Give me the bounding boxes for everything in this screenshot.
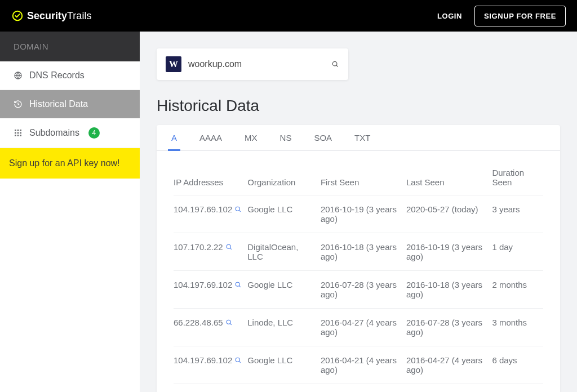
cell-org: Google LLC — [247, 346, 321, 384]
sidebar-header: DOMAIN — [0, 32, 140, 61]
sidebar-item-subdomains[interactable]: Subdomains 4 — [0, 118, 140, 148]
sidebar-item-label: Subdomains — [29, 128, 79, 138]
sidebar-item-label: Historical Data — [29, 99, 88, 109]
svg-rect-4 — [20, 130, 21, 131]
svg-point-19 — [227, 320, 230, 324]
search-icon[interactable] — [331, 60, 339, 68]
cell-first: 2016-10-19 (3 years ago) — [321, 195, 406, 233]
svg-rect-6 — [17, 132, 19, 134]
svg-rect-8 — [15, 135, 16, 136]
lookup-ip-icon[interactable] — [225, 243, 233, 251]
login-link[interactable]: LOGIN — [437, 12, 462, 20]
sidebar-item-historical-data[interactable]: Historical Data — [0, 90, 140, 118]
lookup-ip-icon[interactable] — [234, 281, 242, 288]
svg-point-13 — [236, 207, 239, 211]
cell-last: 2016-10-19 (3 years ago) — [406, 233, 492, 271]
cell-first: 2016-04-27 (4 years ago) — [321, 309, 406, 346]
ip-address: 104.197.69.102 — [174, 355, 232, 365]
lookup-ip-icon[interactable] — [234, 357, 242, 364]
svg-line-16 — [230, 248, 232, 250]
column-header: Duration Seen — [492, 168, 543, 195]
column-header: First Seen — [321, 168, 406, 195]
cell-last: 2016-07-28 (3 years ago) — [406, 309, 492, 346]
svg-point-15 — [227, 244, 230, 248]
tab-soa[interactable]: SOA — [310, 125, 335, 150]
tab-txt[interactable]: TXT — [351, 125, 374, 150]
svg-point-11 — [332, 61, 337, 66]
domain-favicon: W — [166, 56, 181, 72]
ip-address: 66.228.48.65 — [174, 318, 223, 327]
svg-point-17 — [236, 282, 239, 286]
table-row: 66.228.48.65Linode, LLC2016-04-27 (4 yea… — [174, 309, 543, 346]
svg-line-22 — [239, 361, 241, 363]
table-row: 104.197.69.102Google LLC2016-07-28 (3 ye… — [174, 271, 543, 309]
history-icon — [14, 100, 23, 109]
tab-aaaa[interactable]: AAAA — [196, 125, 225, 150]
column-header: IP Addresses — [174, 168, 247, 195]
cell-duration: 3 months — [492, 309, 543, 346]
nav-actions: LOGIN SIGNUP FOR FREE — [437, 6, 566, 26]
subdomains-count-badge: 4 — [88, 127, 100, 139]
cell-last: 2016-04-21 (4 years ago) — [406, 384, 492, 393]
historical-table: IP AddressesOrganizationFirst SeenLast S… — [174, 168, 543, 392]
ip-address: 104.197.69.102 — [174, 204, 232, 214]
cell-org: Google LLC — [247, 195, 321, 233]
tab-a[interactable]: A — [168, 125, 180, 150]
tab-ns[interactable]: NS — [277, 125, 295, 150]
cell-duration: 1 day — [492, 233, 543, 271]
table-row: 107.170.2.22DigitalOcean, LLC2016-10-18 … — [174, 233, 543, 271]
brand-text: SecurityTrails — [27, 10, 91, 22]
logo-icon — [11, 10, 24, 22]
table-row: 108.61.222.105Choopa, LLC2016-01-13 (4 y… — [174, 384, 543, 393]
svg-rect-3 — [17, 130, 19, 131]
svg-rect-10 — [20, 135, 21, 136]
cell-first: 2016-10-18 (3 years ago) — [321, 233, 406, 271]
main-content: W Historical Data AAAAAMXNSSOATXT IP Add… — [140, 32, 577, 392]
historical-card: AAAAAMXNSSOATXT IP AddressesOrganization… — [157, 125, 560, 392]
globe-icon — [14, 71, 23, 80]
svg-rect-5 — [15, 132, 16, 134]
grid-icon — [14, 128, 23, 137]
sidebar-item-label: DNS Records — [29, 70, 85, 81]
sidebar-item-dns-records[interactable]: DNS Records — [0, 61, 140, 90]
table-row: 104.197.69.102Google LLC2016-04-21 (4 ye… — [174, 346, 543, 384]
cell-first: 2016-01-13 (4 years ago) — [321, 384, 406, 393]
sidebar-cta-api-key[interactable]: Sign up for an API key now! — [0, 148, 140, 179]
domain-search-input[interactable] — [188, 59, 325, 69]
cell-duration: 6 days — [492, 346, 543, 384]
cell-last: 2020-05-27 (today) — [406, 195, 492, 233]
top-navbar: SecurityTrails LOGIN SIGNUP FOR FREE — [0, 0, 577, 32]
cell-org: Google LLC — [247, 271, 321, 309]
tab-mx[interactable]: MX — [241, 125, 261, 150]
cell-duration: 3 years — [492, 195, 543, 233]
ip-address: 104.197.69.102 — [174, 280, 232, 289]
svg-rect-9 — [17, 135, 19, 136]
lookup-ip-icon[interactable] — [234, 206, 242, 213]
brand[interactable]: SecurityTrails — [11, 10, 91, 22]
signup-button[interactable]: SIGNUP FOR FREE — [474, 6, 566, 26]
column-header: Organization — [247, 168, 321, 195]
svg-line-20 — [230, 323, 232, 325]
cell-org: Linode, LLC — [247, 309, 321, 346]
cell-last: 2016-10-18 (3 years ago) — [406, 271, 492, 309]
table-row: 104.197.69.102Google LLC2016-10-19 (3 ye… — [174, 195, 543, 233]
page-title: Historical Data — [157, 97, 560, 115]
cell-duration: 2 months — [492, 271, 543, 309]
column-header: Last Seen — [406, 168, 492, 195]
cell-last: 2016-04-27 (4 years ago) — [406, 346, 492, 384]
svg-line-12 — [336, 65, 338, 67]
domain-search-box: W — [157, 48, 348, 80]
sidebar: DOMAIN DNS Records Historical Data — [0, 32, 140, 392]
lookup-ip-icon[interactable] — [225, 319, 233, 326]
record-type-tabs: AAAAAMXNSSOATXT — [157, 125, 560, 151]
cell-org: Choopa, LLC — [247, 384, 321, 393]
svg-line-18 — [239, 286, 241, 287]
svg-point-21 — [236, 358, 239, 362]
ip-address: 107.170.2.22 — [174, 242, 223, 252]
svg-rect-2 — [15, 130, 16, 131]
cell-duration: 3 months — [492, 384, 543, 393]
cell-first: 2016-04-21 (4 years ago) — [321, 346, 406, 384]
svg-line-14 — [239, 210, 241, 212]
cell-org: DigitalOcean, LLC — [247, 233, 321, 271]
svg-rect-7 — [20, 132, 21, 134]
